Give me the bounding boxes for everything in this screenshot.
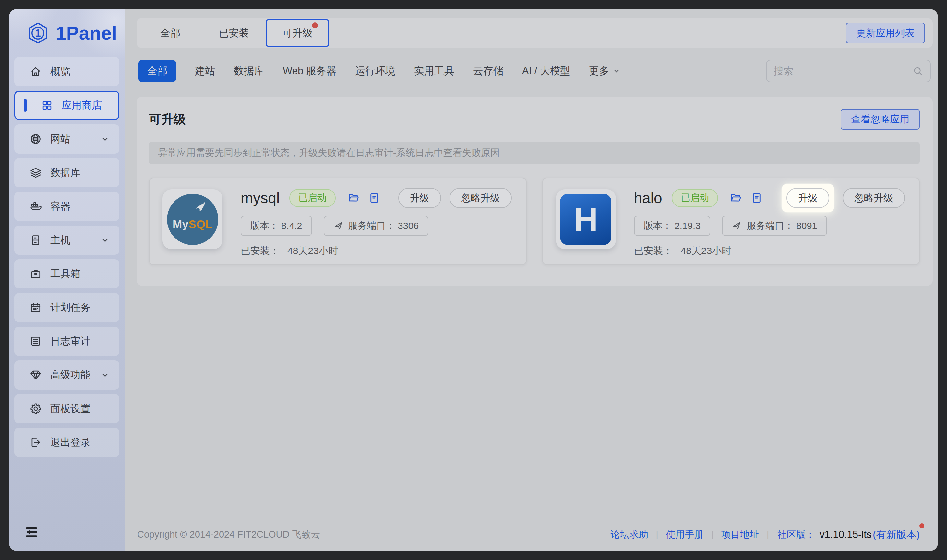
app-card-mysql: MySQL mysql 已启动 升级 忽略升级 [149,178,527,265]
status-badge: 已启动 [289,189,336,207]
edition-label[interactable]: 社区版： [769,528,817,541]
app-store-icon [41,99,53,111]
sidebar-item-website[interactable]: 网站 [14,125,119,154]
tab-installed[interactable]: 已安装 [202,19,265,47]
ignore-upgrade-button[interactable]: 忽略升级 [842,188,905,208]
category-web-server[interactable]: Web 服务器 [283,64,336,78]
mysql-dolphin-glyph [190,200,210,218]
tour-highlight-box: 升级 [782,184,834,212]
footer-link-manual[interactable]: 使用手册 [659,528,711,541]
installed-label: 已安装： [241,245,279,258]
sidebar-item-container[interactable]: 容器 [14,192,119,221]
installed-label: 已安装： [634,245,673,258]
sidebar-item-cronjob[interactable]: 计划任务 [14,293,119,322]
sidebar-item-label: 容器 [50,200,70,213]
footer-link-project[interactable]: 项目地址 [714,528,767,541]
upgrade-button[interactable]: 升级 [398,188,441,208]
collapse-sidebar-icon[interactable] [24,525,39,540]
installed-duration: 48天23小时 [681,245,732,258]
sidebar-item-advanced[interactable]: 高级功能 [14,360,119,389]
search-box [766,60,931,82]
sidebar-item-database[interactable]: 数据库 [14,158,119,187]
version-tag: 版本：2.19.3 [634,216,711,236]
sidebar-item-toolbox[interactable]: 工具箱 [14,259,119,288]
tab-upgradable[interactable]: 可升级 [265,19,329,47]
category-ai[interactable]: AI / 大模型 [522,64,570,78]
ignore-upgrade-button[interactable]: 忽略升级 [449,188,512,208]
sidebar-item-host[interactable]: 主机 [14,226,119,255]
home-icon [29,65,42,78]
category-tools[interactable]: 实用工具 [414,64,454,78]
footer-link-forum[interactable]: 论坛求助 [603,528,656,541]
sidebar-item-label: 主机 [50,233,70,247]
update-app-list-button[interactable]: 更新应用列表 [846,23,925,43]
category-website[interactable]: 建站 [195,64,215,78]
app-card-halo: H halo 已启动 升级 [542,178,920,265]
version-text: v1.10.15-lts [819,529,871,540]
category-all[interactable]: 全部 [139,60,176,82]
app-log-icon[interactable] [368,192,380,204]
footer-links: 论坛求助 | 使用手册 | 项目地址 | 社区版： v1.10.15-lts (… [603,528,920,542]
server-icon [29,234,42,246]
sidebar-item-logout[interactable]: 退出登录 [14,428,119,457]
chevron-down-icon [100,134,110,144]
upgrade-button-highlighted[interactable]: 升级 [787,188,829,208]
calendar-icon [29,302,42,314]
sidebar: 1 1Panel 概览 应用商店 网站 [9,9,125,551]
gear-icon [29,403,42,415]
sidebar-menu: 概览 应用商店 网站 数据库 容器 [9,57,125,513]
page-footer: Copyright © 2014-2024 FIT2CLOUD 飞致云 论坛求助… [137,520,933,551]
sidebar-item-label: 计划任务 [50,301,91,314]
port-tag[interactable]: 服务端口：8091 [722,216,827,236]
app-name: mysql [241,189,279,207]
sidebar-item-label: 高级功能 [50,368,91,382]
sidebar-item-overview[interactable]: 概览 [14,57,119,86]
copyright-text: Copyright © 2014-2024 FIT2CLOUD 飞致云 [137,528,321,541]
sidebar-item-label: 工具箱 [50,267,80,281]
panel-title: 可升级 [149,111,186,128]
sidebar-item-label: 数据库 [50,166,80,180]
app-window: 1 1Panel 概览 应用商店 网站 [9,9,938,551]
port-send-icon [333,221,343,231]
status-badge: 已启动 [672,189,718,207]
layers-icon [29,166,42,179]
chevron-down-icon [100,235,110,245]
search-input[interactable] [774,65,913,77]
globe-icon [29,133,42,145]
sidebar-item-label: 面板设置 [50,402,91,415]
main-content: 全部 已安装 可升级 更新应用列表 全部 建站 数据库 Web 服务器 运行环境… [125,9,938,551]
sidebar-item-app-store[interactable]: 应用商店 [14,91,119,120]
sidebar-item-logs[interactable]: 日志审计 [14,327,119,356]
category-cloud-storage[interactable]: 云存储 [473,64,503,78]
audit-log-icon [29,335,42,348]
new-version-link[interactable]: (有新版本) [873,528,920,542]
screen-background: 1 1Panel 概览 应用商店 网站 [0,0,947,560]
port-send-icon [732,221,741,231]
chevron-down-icon [100,370,110,380]
app-log-icon[interactable] [751,192,763,204]
sidebar-item-label: 应用商店 [62,98,102,112]
halo-app-icon: H [556,189,616,249]
category-database[interactable]: 数据库 [234,64,264,78]
sidebar-item-label: 日志审计 [50,334,91,348]
open-folder-icon[interactable] [730,192,742,204]
chevron-down-icon [612,67,621,75]
diamond-icon [29,369,42,381]
open-folder-icon[interactable] [347,192,360,204]
category-filter-row: 全部 建站 数据库 Web 服务器 运行环境 实用工具 云存储 AI / 大模型… [137,60,933,82]
logout-icon [29,436,42,449]
upgradable-panel: 可升级 查看忽略应用 异常应用需要先同步到正常状态，升级失败请在日志审计-系统日… [137,97,933,286]
panel-header: 可升级 查看忽略应用 [149,109,920,130]
category-more-dropdown[interactable]: 更多 [589,64,621,78]
view-ignored-apps-button[interactable]: 查看忽略应用 [841,109,920,130]
installed-duration: 48天23小时 [287,245,338,258]
logo-hexagon-icon: 1 [26,22,49,45]
category-runtime[interactable]: 运行环境 [355,64,395,78]
tab-all-apps[interactable]: 全部 [139,19,202,47]
briefcase-icon [29,268,42,280]
active-indicator-bar [24,99,26,112]
sidebar-item-label: 退出登录 [50,435,91,449]
search-icon[interactable] [913,66,923,76]
port-tag[interactable]: 服务端口：3306 [324,216,429,236]
sidebar-item-settings[interactable]: 面板设置 [14,394,119,423]
